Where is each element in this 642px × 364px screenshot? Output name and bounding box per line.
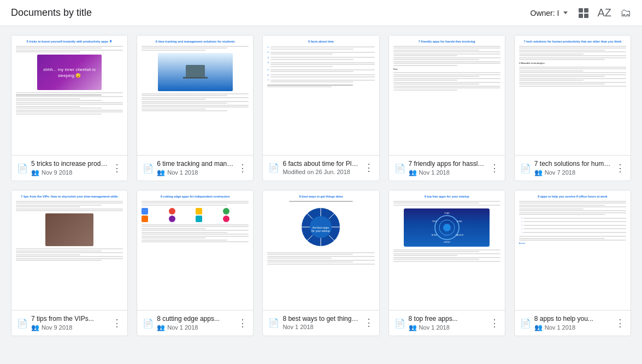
thumb-line [16, 102, 123, 103]
thumb-line [523, 228, 626, 229]
thumb-line [267, 254, 353, 255]
thumb-line [519, 82, 626, 83]
startup-label: LAUNCH [455, 234, 463, 236]
people-icon-2: 👥 [157, 169, 165, 176]
doc-card-4[interactable]: 7 friendly apps for hassle-free invoicin… [388, 35, 505, 181]
thumb-line [142, 109, 206, 110]
doc-more-button-8[interactable]: ⋮ [364, 317, 374, 329]
owner-label: Owner: I [531, 9, 559, 17]
thumb-title-8: 8 best ways to get things done [267, 195, 374, 199]
thumb-line [519, 212, 626, 213]
doc-more-button-6[interactable]: ⋮ [112, 317, 122, 329]
thumb-line [16, 51, 80, 52]
thumb-list-item: 3. [267, 56, 374, 61]
main-content: 5 tricks to boost yourself instantly wit… [0, 26, 642, 364]
thumb-line [393, 63, 500, 64]
doc-date-8: Nov 1 2018 [282, 324, 313, 330]
doc-card-3[interactable]: 6 facts about time 1. 2. [262, 35, 379, 181]
doc-type-icon-10: 📄 [520, 318, 531, 329]
thumb-line [267, 264, 374, 265]
thumb-line [393, 82, 500, 83]
chevron-down-icon [563, 11, 568, 14]
doc-thumbnail-9: 8 top free apps for your startup PLAN FU… [389, 190, 505, 311]
doc-more-button-7[interactable]: ⋮ [238, 317, 248, 329]
thumb-line [267, 256, 374, 257]
thumb-line [16, 201, 123, 202]
thumb-line [393, 202, 479, 204]
thumb-list-3: 1. 2. [267, 46, 374, 83]
doc-meta-3: Modified on 26 Jun. 2018 [282, 169, 360, 175]
doc-type-icon-7: 📄 [143, 318, 154, 329]
doc-date-2: Nov 1 2018 [167, 169, 198, 176]
doc-footer-left-1: 📄 5 tricks to increase produ... 👥 Nov 9 … [17, 160, 109, 176]
thumb-line [142, 201, 249, 202]
thumb-img-desc-2 [183, 65, 208, 79]
doc-card-8[interactable]: 8 best ways to get things done [262, 190, 379, 336]
doc-more-button-4[interactable]: ⋮ [490, 162, 499, 174]
doc-card-10[interactable]: 8 apps to help you survive 8 office hour… [514, 190, 631, 336]
thumb-line [270, 52, 375, 53]
header-icons: AZ 🗂 [579, 7, 631, 19]
thumb-list-item: 1. [267, 46, 374, 51]
doc-footer-left-2: 📄 6 time tracking and mana... 👥 Nov 1 20… [143, 160, 234, 176]
doc-meta-9: 👥 Nov 1 2018 [409, 324, 486, 331]
thumb-line [393, 201, 500, 202]
doc-info-7: 8 cutting edge apps... 👥 Nov 1 2018 [157, 315, 234, 331]
bullet-item: • [522, 231, 626, 235]
thumb-line [270, 69, 375, 70]
doc-card-5[interactable]: 7 tech solutions for human productivity … [514, 35, 631, 181]
app-logo [223, 208, 229, 214]
doc-title-9: 8 top free apps... [409, 315, 486, 323]
startup-svg: PLAN FUND LAUNCH GROW BUILD TEST [425, 211, 469, 244]
owner-selector[interactable]: Owner: I [531, 9, 568, 17]
doc-date-5: Nov 7 2018 [545, 169, 575, 176]
thumb-line [523, 225, 626, 226]
thumb-title-4: 7 friendly apps for hassle-free invoicin… [393, 40, 500, 44]
doc-title-4: 7 friendly apps for hassle... [409, 160, 486, 168]
grid-cell-3 [579, 14, 583, 18]
thumb-line [519, 210, 626, 211]
doc-info-9: 8 top free apps... 👥 Nov 1 2018 [409, 315, 486, 331]
thumb-line [519, 72, 626, 73]
thumb-line [142, 202, 249, 204]
thumb-line [519, 208, 584, 210]
doc-more-button-1[interactable]: ⋮ [112, 162, 122, 174]
grid-cell-1 [579, 8, 583, 13]
doc-more-button-10[interactable]: ⋮ [615, 317, 625, 329]
doc-thumbnail-2: 6 time tracking and management solutions… [137, 35, 253, 156]
doc-card-9[interactable]: 8 top free apps for your startup PLAN FU… [388, 190, 505, 336]
doc-card-7[interactable]: 8 cutting edge apps for independent cont… [137, 190, 254, 336]
thumb-line [142, 106, 249, 108]
thumb-line [142, 232, 227, 233]
doc-date-6: Nov 9 2018 [42, 324, 72, 331]
startup-center [443, 224, 451, 231]
doc-card-2[interactable]: 6 time tracking and management solutions… [137, 35, 254, 181]
thumb-subheading: Dira [393, 68, 500, 71]
thumb-line [142, 234, 249, 235]
bullet: • [522, 217, 522, 220]
doc-title-3: 6 facts about time for Pla... [282, 160, 360, 168]
doc-more-button-5[interactable]: ⋮ [615, 162, 625, 174]
thumb-line [393, 255, 458, 256]
thumb-line [142, 93, 249, 94]
doc-card-1[interactable]: 5 tricks to boost yourself instantly wit… [11, 35, 128, 181]
thumb-line [393, 65, 458, 66]
sort-az-icon[interactable]: AZ [597, 7, 611, 19]
thumb-title-5: 7 tech solutions for human productivity … [519, 40, 626, 44]
doc-footer-9: 📄 8 top free apps... 👥 Nov 1 2018 ⋮ [389, 311, 505, 336]
thumb-line [519, 206, 626, 207]
doc-more-button-3[interactable]: ⋮ [364, 162, 374, 174]
doc-more-button-2[interactable]: ⋮ [238, 162, 248, 174]
folder-icon[interactable]: 🗂 [620, 7, 631, 19]
doc-card-6[interactable]: 7 tips from the VIPs: How to skyrocket y… [11, 190, 128, 336]
thumb-line [519, 47, 626, 49]
grid-view-icon[interactable] [579, 8, 588, 18]
doc-info-5: 7 tech solutions for huma... 👥 Nov 7 201… [534, 160, 612, 176]
doc-more-button-9[interactable]: ⋮ [490, 317, 499, 329]
doc-type-icon-4: 📄 [394, 163, 405, 174]
thumb-line [267, 260, 374, 261]
app-logo [223, 216, 229, 222]
thumb-line [267, 261, 353, 262]
doc-footer-1: 📄 5 tricks to increase produ... 👥 Nov 9 … [11, 156, 127, 181]
thumb-line [523, 218, 626, 219]
